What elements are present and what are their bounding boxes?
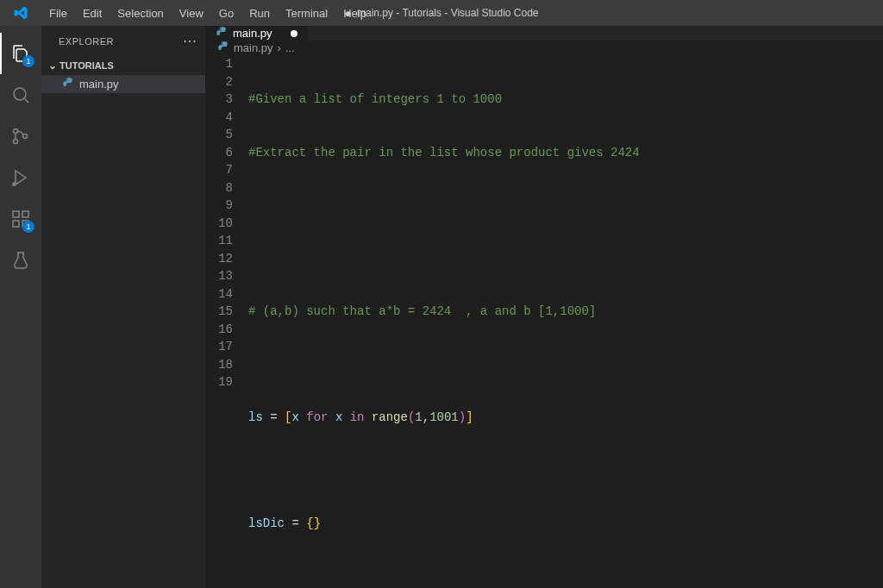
menu-selection[interactable]: Selection <box>110 3 171 23</box>
menu-file[interactable]: File <box>41 3 75 23</box>
menu-view[interactable]: View <box>172 3 211 23</box>
folder-name: TUTORIALS <box>59 60 114 71</box>
breadcrumb[interactable]: main.py › ... <box>205 41 883 55</box>
python-file-icon <box>216 26 228 41</box>
menu-run[interactable]: Run <box>241 3 278 23</box>
folder-section[interactable]: ⌄ TUTORIALS <box>41 56 205 75</box>
search-icon[interactable] <box>0 74 41 116</box>
file-item-label: main.py <box>79 78 119 91</box>
svg-rect-8 <box>22 211 28 217</box>
explorer-header: EXPLORER <box>59 36 114 47</box>
testing-icon[interactable] <box>0 240 41 281</box>
svg-point-0 <box>14 88 26 100</box>
explorer-badge: 1 <box>22 55 34 67</box>
title-bar: File Edit Selection View Go Run Terminal… <box>0 0 883 26</box>
python-file-icon <box>62 77 74 91</box>
svg-rect-5 <box>13 211 19 217</box>
window-title: ● main.py - Tutorials - Visual Studio Co… <box>344 6 538 20</box>
explorer-sidebar: EXPLORER ⋯ ⌄ TUTORIALS main.py <box>41 26 205 588</box>
svg-rect-6 <box>13 221 19 227</box>
menu-go[interactable]: Go <box>211 3 241 23</box>
activity-bar: 1 1 <box>0 26 41 588</box>
run-debug-icon[interactable] <box>0 157 41 198</box>
more-actions-icon[interactable]: ⋯ <box>183 33 197 49</box>
dirty-indicator-icon: ● <box>344 6 351 20</box>
tab-label: main.py <box>233 27 272 40</box>
breadcrumb-chevron-icon: › <box>278 41 281 54</box>
tab-main-py[interactable]: main.py <box>205 26 309 41</box>
svg-point-2 <box>14 140 18 144</box>
extensions-icon[interactable]: 1 <box>0 198 41 240</box>
extensions-badge: 1 <box>22 221 34 233</box>
breadcrumb-file: main.py <box>234 41 273 54</box>
vscode-logo <box>0 5 41 21</box>
code-content[interactable]: #Given a list of integers 1 to 1000 #Ext… <box>248 55 883 588</box>
file-item-main-py[interactable]: main.py <box>41 75 205 93</box>
breadcrumb-more: ... <box>285 41 295 54</box>
menu-bar: File Edit Selection View Go Run Terminal… <box>41 3 374 23</box>
svg-point-4 <box>13 183 15 185</box>
source-control-icon[interactable] <box>0 116 41 157</box>
svg-point-1 <box>14 129 18 134</box>
menu-terminal[interactable]: Terminal <box>278 3 335 23</box>
modified-indicator-icon <box>291 30 297 37</box>
menu-edit[interactable]: Edit <box>75 3 110 23</box>
window-title-text: main.py - Tutorials - Visual Studio Code <box>357 7 539 19</box>
editor-area: main.py main.py › ... 123 456 789 101112… <box>205 26 883 588</box>
line-gutter: 123 456 789 101112 131415 161718 19 <box>205 55 248 588</box>
tab-bar: main.py <box>205 26 883 41</box>
svg-point-3 <box>23 134 28 139</box>
python-file-icon <box>217 41 229 55</box>
code-editor[interactable]: 123 456 789 101112 131415 161718 19 #Giv… <box>205 55 883 588</box>
chevron-down-icon: ⌄ <box>48 59 57 72</box>
explorer-icon[interactable]: 1 <box>0 33 41 74</box>
